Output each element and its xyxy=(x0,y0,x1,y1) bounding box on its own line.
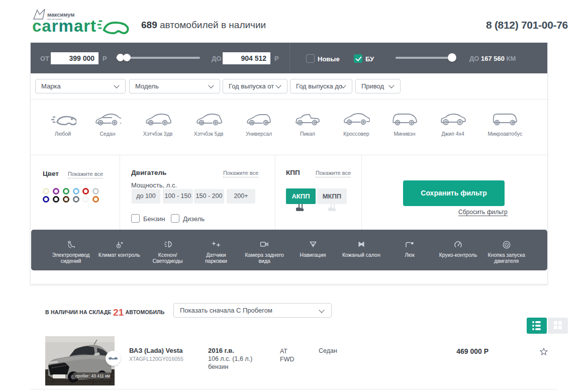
svg-text:пробег: 43 411 км: пробег: 43 411 км xyxy=(75,373,110,378)
svg-text:carmart: carmart xyxy=(33,17,96,35)
